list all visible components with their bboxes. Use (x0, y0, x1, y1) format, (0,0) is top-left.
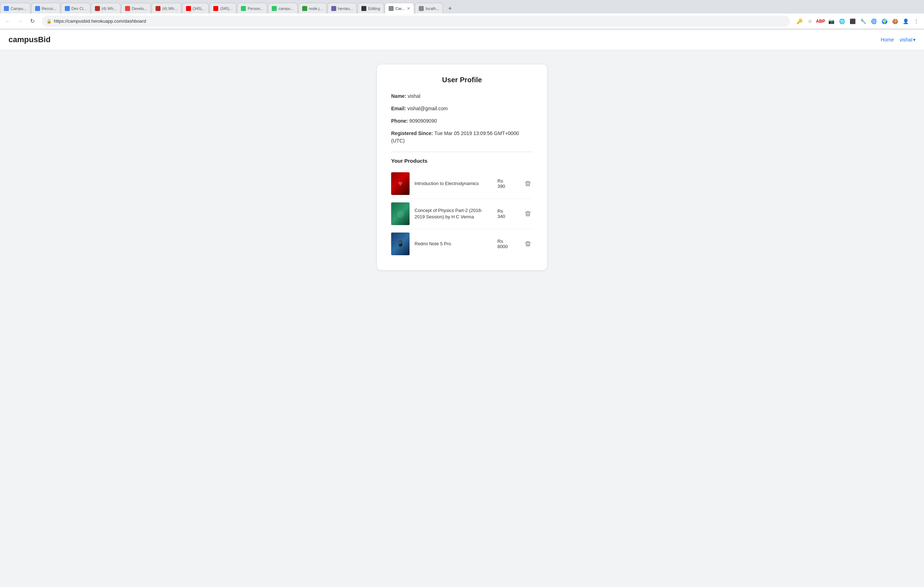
products-title: Your Products (391, 158, 533, 164)
page-content: campusBid Home vishal ▾ User Profile Nam… (0, 30, 924, 587)
product-name: Concept of Physics Part-2 (2018-2019 Ses… (414, 207, 492, 220)
nav-links: Home vishal ▾ (881, 37, 916, 43)
product-item: 📱 Redmi Note 5 Pro Rs8000 (391, 229, 533, 259)
user-dropdown[interactable]: vishal ▾ (899, 37, 916, 43)
forward-button[interactable]: → (15, 16, 25, 26)
delete-product-button[interactable] (523, 209, 533, 219)
lock-icon: 🔒 (46, 19, 52, 24)
tab-bar: Campu... Recrui... Dev Cl... (4) Wh... D… (0, 0, 924, 13)
product-price: Rs390 (497, 178, 515, 189)
trash-icon (525, 180, 531, 187)
tab-label: node.j... (309, 7, 323, 11)
toolbar-right: 🔑 ☆ ABP 📷 🌐 ⬛ 🔧 🌀 🌍 🍪 👤 ⋮ (794, 16, 921, 26)
reload-button[interactable]: ↻ (27, 16, 38, 26)
tab-label: (345)... (220, 7, 233, 11)
tab-label: (345)... (193, 7, 205, 11)
site-logo: campusBid (8, 35, 51, 44)
tab-hr2[interactable]: campu... (268, 3, 297, 13)
tab-label: Editing (368, 7, 380, 11)
product-price: Rs8000 (497, 238, 515, 249)
tab-quora1[interactable]: (4) Wh... (91, 3, 120, 13)
book-icon: ◎ (397, 209, 404, 218)
email-value: vishal@gmail.com (408, 106, 448, 111)
url-text: https://campusbid.herokuapp.com/dashboar… (54, 18, 146, 24)
tab-editing[interactable]: Editing (358, 3, 384, 13)
browser-chrome: Campu... Recrui... Dev Cl... (4) Wh... D… (0, 0, 924, 30)
ext3-icon[interactable]: 🌀 (869, 16, 879, 26)
tab-quora2[interactable]: (4) Wh... (152, 3, 181, 13)
tab-hr1[interactable]: Person... (237, 3, 267, 13)
trash-icon (525, 241, 531, 247)
tab-heroku[interactable]: heroku... (327, 3, 357, 13)
delete-product-button[interactable] (523, 179, 533, 189)
delete-product-button[interactable] (523, 239, 533, 249)
ext4-icon[interactable]: 🌍 (879, 16, 889, 26)
tab-label: Recrui... (42, 7, 56, 11)
tab-label: Person... (248, 7, 263, 11)
tab-favicon (155, 6, 160, 11)
tab-recrui[interactable]: Recrui... (31, 3, 60, 13)
tab-gmail[interactable]: Develu... (121, 3, 151, 13)
ext1-icon[interactable]: ⬛ (848, 16, 857, 26)
tab-favicon (389, 6, 394, 11)
tab-yt2[interactable]: (345)... (210, 3, 236, 13)
tab-favicon (65, 6, 70, 11)
home-link[interactable]: Home (881, 37, 894, 43)
abp-icon[interactable]: ABP (815, 16, 825, 26)
phone-value: 9090909090 (409, 118, 437, 124)
address-bar[interactable]: 🔒 https://campusbid.herokuapp.com/dashbo… (42, 16, 790, 27)
dropdown-arrow-icon: ▾ (913, 37, 916, 43)
phone-label: Phone: (391, 118, 408, 124)
site-nav: campusBid Home vishal ▾ (0, 30, 924, 50)
star-icon[interactable]: ☆ (805, 16, 815, 26)
key-icon[interactable]: 🔑 (794, 16, 804, 26)
menu-icon[interactable]: ⋮ (911, 16, 921, 26)
profile-phone-field: Phone: 9090909090 (391, 117, 533, 125)
screenshot-icon[interactable]: 📷 (826, 16, 836, 26)
tab-favicon (35, 6, 40, 11)
tab-label: localh... (426, 7, 439, 11)
product-price: Rs340 (497, 208, 515, 219)
tab-label: Car... (395, 7, 404, 11)
tab-favicon (213, 6, 218, 11)
tab-favicon (361, 6, 366, 11)
ext2-icon[interactable]: 🔧 (858, 16, 868, 26)
tab-label: (4) Wh... (102, 7, 117, 11)
tab-yt1[interactable]: (345)... (182, 3, 209, 13)
profile-registered-field: Registered Since: Tue Mar 05 2019 13:09:… (391, 130, 533, 145)
name-label: Name: (391, 93, 406, 99)
name-value: vishal (408, 93, 421, 99)
profile-divider (391, 152, 533, 152)
tab-close-button[interactable]: ✕ (407, 6, 410, 11)
tab-favicon (241, 6, 246, 11)
product-item: ◎ Concept of Physics Part-2 (2018-2019 S… (391, 199, 533, 229)
profile-icon[interactable]: 👤 (901, 16, 911, 26)
tab-favicon (331, 6, 336, 11)
ext5-icon[interactable]: 🍪 (890, 16, 900, 26)
main-content: User Profile Name: vishal Email: vishal@… (0, 50, 924, 284)
translate-icon[interactable]: 🌐 (837, 16, 847, 26)
tab-label: Develu... (132, 7, 147, 11)
tab-dev[interactable]: Dev Cl... (61, 3, 90, 13)
product-item: ♥ Introduction to Electrodynamics Rs390 (391, 169, 533, 199)
profile-email-field: Email: vishal@gmail.com (391, 105, 533, 112)
tab-favicon (272, 6, 277, 11)
profile-name-field: Name: vishal (391, 93, 533, 100)
product-name: Redmi Note 5 Pro (414, 241, 492, 247)
product-thumbnail: ◎ (391, 202, 409, 225)
tab-favicon (186, 6, 191, 11)
tab-label: campu... (279, 7, 294, 11)
tab-nodejs[interactable]: node.j... (298, 3, 327, 13)
toolbar: ← → ↻ 🔒 https://campusbid.herokuapp.com/… (0, 13, 924, 29)
back-button[interactable]: ← (3, 16, 13, 26)
tab-campusbid[interactable]: Campu... (0, 3, 30, 13)
tab-active[interactable]: Car... ✕ (385, 3, 414, 13)
tab-label: Dev Cl... (72, 7, 86, 11)
profile-card: User Profile Name: vishal Email: vishal@… (377, 64, 547, 270)
tab-label: Campu... (11, 7, 26, 11)
tab-favicon (302, 6, 307, 11)
add-tab-button[interactable]: + (445, 3, 455, 13)
tab-favicon (419, 6, 424, 11)
tab-localhost[interactable]: localh... (415, 3, 443, 13)
book-icon: ♥ (398, 179, 403, 188)
